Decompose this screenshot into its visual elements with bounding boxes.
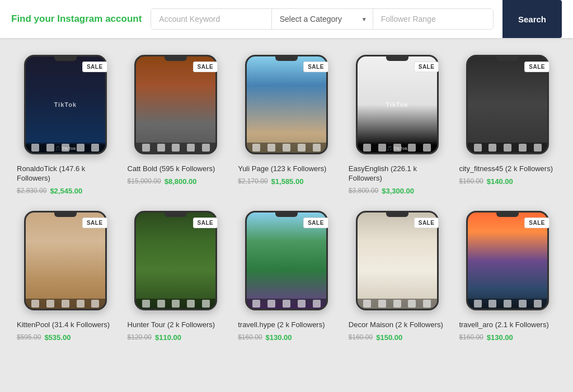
search-button[interactable]: Search <box>502 0 562 38</box>
phone-bottom-nav <box>136 299 215 309</box>
price-original: $595.00 <box>17 333 41 341</box>
product-name: Decor Maison (2 k Followers) <box>349 320 446 330</box>
sale-badge: SALE <box>193 218 218 228</box>
sale-badge: SALE <box>414 62 439 72</box>
price-sale: $150.00 <box>376 333 402 342</box>
sale-badge: SALE <box>82 218 107 228</box>
nav-dot-2 <box>46 300 54 308</box>
product-name: EasyEnglish (226.1 k Followers) <box>349 164 446 183</box>
products-grid: SALE TikTok 🎵 TikTok RonaldoTick (147.6 … <box>17 55 556 344</box>
nav-dot-5 <box>91 144 99 152</box>
product-name: city_fitness45 (2 k Followers) <box>459 164 556 174</box>
price-sale: $130.00 <box>266 333 292 342</box>
nav-dot-1 <box>252 300 260 308</box>
phone-bottom-nav <box>26 299 105 309</box>
product-card-travell[interactable]: SALE travell.hype (2 k Followers) $160.0… <box>238 211 335 344</box>
product-name: Yuli Page (123 k Followers) <box>238 164 335 174</box>
product-card-hunter[interactable]: SALE Hunter Tour (2 k Followers) $120.00 <box>128 211 225 344</box>
price-original: $160.00 <box>459 333 483 341</box>
price-sale: $2,545.00 <box>50 187 82 195</box>
nav-dot-1 <box>363 144 371 152</box>
price-original: $2,830.00 <box>17 187 46 195</box>
sale-badge: SALE <box>303 218 328 228</box>
nav-dot-4 <box>187 300 195 308</box>
product-card-yuli[interactable]: SALE Yuli Page (123 k Followers) $2,170.… <box>238 55 335 197</box>
product-card-english[interactable]: SALE TikTok 🎵 TikTok EasyEnglish (226.1 … <box>349 55 446 197</box>
product-price: $160.00 $130.00 <box>459 333 556 342</box>
price-original: $3,800.00 <box>349 187 378 195</box>
price-sale: $110.00 <box>155 333 181 342</box>
phone-bottom-nav <box>468 299 547 309</box>
category-wrapper: Select a Category Fashion Fitness Travel… <box>272 9 373 29</box>
product-card-decor[interactable]: SALE Decor Maison (2 k Followers) $160.0… <box>349 211 446 344</box>
price-original: $15,000.00 <box>128 177 161 185</box>
product-info: travell_aro (2.1 k Followers) $160.00 $1… <box>459 318 556 344</box>
phone-container: SALE <box>17 211 114 310</box>
product-name: Catt Bold (595 k Followers) <box>128 164 225 174</box>
nav-dot-2 <box>378 300 386 308</box>
nav-dot-4 <box>77 300 84 308</box>
nav-dot-4 <box>408 300 416 308</box>
price-original: $160.00 <box>459 177 483 185</box>
keyword-input[interactable] <box>151 9 271 29</box>
category-select[interactable]: Select a Category Fashion Fitness Travel… <box>272 9 373 29</box>
product-info: travell.hype (2 k Followers) $160.00 $13… <box>238 318 335 344</box>
product-card-travelaro[interactable]: SALE travell_aro (2.1 k Followers) $160.… <box>459 211 556 344</box>
search-bar: Select a Category Fashion Fitness Travel… <box>151 8 494 30</box>
nav-dot-5 <box>91 300 99 308</box>
nav-dot-5 <box>423 144 431 152</box>
product-card-fitness[interactable]: SALE city_fitness45 (2 k Followers) $160… <box>459 55 556 197</box>
phone-bottom-nav <box>358 143 437 153</box>
sale-badge: SALE <box>414 218 439 228</box>
phone-container: SALE <box>238 55 335 154</box>
follower-range-input[interactable] <box>373 9 493 29</box>
nav-dot-4 <box>519 144 527 152</box>
nav-dot-1 <box>363 300 371 308</box>
phone-container: SALE TikTok 🎵 TikTok <box>349 55 446 154</box>
product-card-kitten[interactable]: SALE KittenPool (31.4 k Followers) $595.… <box>17 211 114 344</box>
phone-bottom-nav <box>26 143 105 153</box>
nav-dot-1 <box>31 300 39 308</box>
nav-dot-4 <box>187 144 195 152</box>
price-sale: $8,800.00 <box>165 177 197 186</box>
sale-badge: SALE <box>193 62 218 72</box>
nav-dot-1 <box>252 144 260 152</box>
product-card-catt[interactable]: SALE Catt Bold (595 k Followers) $15,000… <box>128 55 225 197</box>
phone-container: SALE <box>349 211 446 310</box>
header: Find your Instagram account Select a Cat… <box>0 0 573 38</box>
product-price: $120.00 $110.00 <box>128 333 225 342</box>
nav-dot-5 <box>313 300 321 308</box>
nav-dot-2 <box>157 300 165 308</box>
product-price: $2,170.00 $1,585.00 <box>238 177 335 186</box>
product-info: Hunter Tour (2 k Followers) $120.00 $110… <box>128 318 225 344</box>
nav-dot-5 <box>313 144 321 152</box>
main-content: SALE TikTok 🎵 TikTok RonaldoTick (147.6 … <box>0 38 573 361</box>
nav-dot-3 <box>283 300 290 308</box>
nav-dot-2 <box>489 300 496 308</box>
phone-bottom-nav <box>247 299 326 309</box>
nav-dot-5 <box>534 144 542 152</box>
screen-overlay: TikTok <box>54 101 77 108</box>
product-name: KittenPool (31.4 k Followers) <box>17 320 114 330</box>
sale-badge: SALE <box>303 62 328 72</box>
nav-dot-3 <box>393 144 401 152</box>
price-original: $2,170.00 <box>238 177 267 185</box>
product-info: RonaldoTick (147.6 k Followers) $2,830.0… <box>17 162 114 197</box>
phone-container: SALE TikTok 🎵 TikTok <box>17 55 114 154</box>
product-name: travell_aro (2.1 k Followers) <box>459 320 556 330</box>
price-original: $160.00 <box>238 333 262 341</box>
page-title: Find your Instagram account <box>11 13 142 25</box>
product-name: Hunter Tour (2 k Followers) <box>128 320 225 330</box>
nav-dot-1 <box>31 144 39 152</box>
nav-dot-1 <box>474 300 482 308</box>
price-sale: $3,300.00 <box>382 187 414 195</box>
product-info: Decor Maison (2 k Followers) $160.00 $15… <box>349 318 446 344</box>
nav-dot-4 <box>408 144 416 152</box>
price-sale: $535.00 <box>44 333 71 342</box>
nav-dot-3 <box>62 144 69 152</box>
product-info: Catt Bold (595 k Followers) $15,000.00 $… <box>128 162 225 188</box>
price-sale: $130.00 <box>487 333 513 342</box>
product-card-ronaldo[interactable]: SALE TikTok 🎵 TikTok RonaldoTick (147.6 … <box>17 55 114 197</box>
product-price: $3,800.00 $3,300.00 <box>349 187 446 195</box>
phone-bottom-nav <box>468 143 547 153</box>
